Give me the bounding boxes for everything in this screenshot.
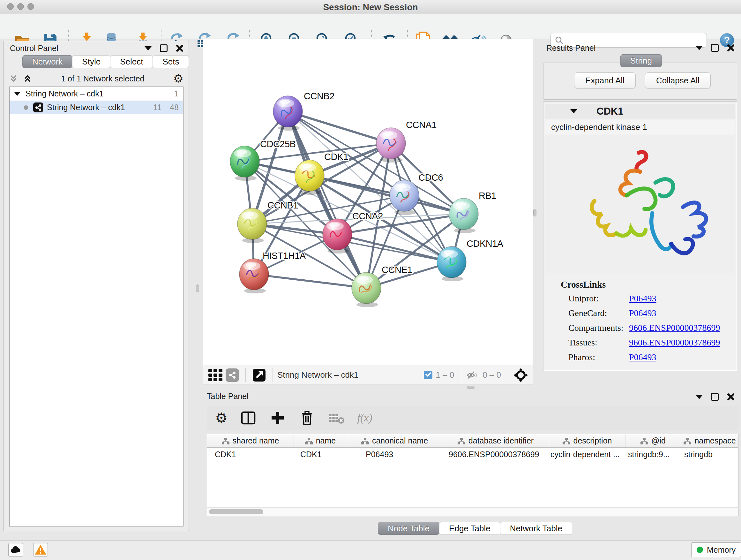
add-column-icon[interactable]: [269, 409, 286, 427]
tab-network[interactable]: Network: [22, 55, 72, 68]
column-header-database-identifier[interactable]: database identifier: [442, 434, 549, 447]
network-node-cdkn1a[interactable]: CDKN1A: [437, 239, 503, 281]
network-canvas[interactable]: CCNB2CCNA1CDC25BCDK1CDC6RB1CCNB1CCNA2CDK…: [203, 39, 533, 366]
network-label: String Network – cdk1: [47, 103, 125, 112]
main-toolbar: ?: [0, 14, 741, 39]
warnings-button[interactable]: [33, 543, 48, 557]
tab-network-table[interactable]: Network Table: [500, 522, 572, 535]
network-share-icon[interactable]: [224, 367, 241, 384]
gene-collapse-caret-icon[interactable]: [570, 109, 577, 113]
crosslink-link[interactable]: P06493: [629, 308, 657, 318]
show-columns-icon[interactable]: [240, 409, 257, 427]
warning-icon: [35, 545, 46, 555]
network-node-rb1[interactable]: RB1: [449, 191, 496, 233]
memory-label: Memory: [707, 545, 736, 555]
expand-all-button[interactable]: Expand All: [574, 72, 636, 88]
table-cell[interactable]: stringdb:9...: [625, 448, 681, 461]
network-node-ccnb2[interactable]: CCNB2: [273, 91, 334, 131]
function-builder-icon: f(x): [357, 412, 372, 424]
network-options-gear-icon[interactable]: ⚙: [173, 73, 184, 84]
results-panel-menu-icon[interactable]: [696, 46, 703, 50]
crosslink-link[interactable]: 9606.ENSP00000378699: [629, 337, 720, 348]
network-node-hist1h1a[interactable]: HIST1H1A: [239, 251, 306, 294]
column-type-icon: [458, 437, 465, 444]
tab-style[interactable]: Style: [72, 55, 111, 68]
crosslink-link[interactable]: P06493: [629, 294, 657, 304]
expand-all-chevron-icon[interactable]: [23, 74, 32, 83]
memory-button[interactable]: Memory: [691, 543, 741, 557]
hidden-elements-eye-icon[interactable]: [467, 370, 479, 380]
network-row[interactable]: String Network – cdk1 11 48: [10, 101, 183, 114]
cloud-status-button[interactable]: [8, 543, 23, 557]
selected-count: 1 – 0: [435, 370, 454, 380]
tab-string[interactable]: String: [620, 54, 662, 67]
table-row[interactable]: CDK1CDK1P064939606.ENSP00000378699cyclin…: [207, 448, 738, 461]
tab-sets[interactable]: Sets: [152, 55, 189, 68]
fit-selected-target-icon[interactable]: [514, 368, 528, 382]
network-icon: [33, 103, 43, 112]
network-node-ccna1[interactable]: CCNA1: [376, 120, 436, 163]
crosslink-row: Tissues:9606.ENSP00000378699: [545, 335, 735, 350]
table-panel-menu-icon[interactable]: [696, 395, 703, 399]
separator: [246, 368, 246, 382]
birds-eye-view-icon[interactable]: [250, 367, 268, 384]
network-view-title: String Network – cdk1: [277, 370, 358, 380]
node-table[interactable]: shared namenamecanonical namedatabase id…: [207, 434, 738, 507]
grid-view-icon[interactable]: [207, 369, 224, 381]
network-node-ccne1[interactable]: CCNE1: [352, 265, 412, 307]
delete-column-trash-icon[interactable]: [298, 409, 316, 427]
crosslink-label: Pharos:: [568, 352, 629, 362]
control-panel-close-icon[interactable]: [176, 44, 184, 52]
table-cell[interactable]: cyclin-dependent ...: [549, 448, 625, 461]
node-label-ccna2: CCNA2: [352, 211, 383, 221]
network-node-cdc6[interactable]: CDC6: [390, 172, 443, 215]
tab-node-table[interactable]: Node Table: [378, 522, 440, 535]
table-horizontal-scrollbar[interactable]: [207, 507, 738, 516]
column-header-canonical-name[interactable]: canonical name: [347, 434, 442, 447]
column-type-icon: [222, 437, 229, 444]
table-settings-gear-icon[interactable]: ⚙: [215, 411, 227, 425]
right-splitter-handle[interactable]: [533, 209, 536, 216]
crosslink-link[interactable]: P06493: [629, 352, 657, 362]
column-header-namespace[interactable]: namespace: [681, 434, 738, 447]
network-edge-count: 48: [170, 103, 179, 112]
gene-header-row[interactable]: CDK1: [545, 104, 735, 119]
crosslinks-section: CrossLinks Uniprot:P06493GeneCard:P06493…: [545, 274, 735, 369]
column-header-shared-name[interactable]: shared name: [207, 434, 294, 447]
tab-select[interactable]: Select: [110, 55, 153, 68]
node-label-cdc25b: CDC25B: [260, 139, 295, 149]
column-header-name[interactable]: name: [294, 434, 347, 447]
table-cell[interactable]: 9606.ENSP00000378699: [442, 448, 549, 461]
node-label-cdkn1a: CDKN1A: [467, 239, 503, 249]
control-panel-float-icon[interactable]: [160, 44, 167, 52]
selected-elements-checkbox[interactable]: [424, 371, 432, 379]
collection-label: String Network – cdk1: [25, 89, 104, 98]
results-panel-controls: Expand All Collapse All: [543, 63, 737, 100]
results-panel-float-icon[interactable]: [711, 44, 719, 52]
network-collection-row[interactable]: String Network – cdk1 1: [10, 87, 183, 101]
column-header--id[interactable]: @id: [625, 434, 681, 447]
node-label-rb1: RB1: [479, 191, 496, 201]
collapse-all-chevron-icon[interactable]: [9, 74, 18, 83]
network-list: String Network – cdk1 1 String Network –…: [9, 86, 184, 526]
tab-edge-table[interactable]: Edge Table: [439, 522, 500, 535]
crosslink-link[interactable]: 9606.ENSP00000378699: [629, 323, 720, 333]
table-cell[interactable]: stringdb: [681, 448, 738, 461]
collapse-all-button[interactable]: Collapse All: [645, 72, 711, 88]
left-splitter-handle[interactable]: [196, 285, 199, 292]
table-cell[interactable]: CDK1: [207, 448, 294, 461]
control-panel-menu-icon[interactable]: [145, 46, 151, 51]
column-type-icon: [641, 437, 648, 444]
scrollbar-thumb[interactable]: [209, 509, 263, 514]
control-panel-tabs: NetworkStyleSelectSets: [23, 55, 189, 68]
results-panel-close-icon[interactable]: [727, 44, 735, 52]
column-header-description[interactable]: description: [549, 434, 625, 447]
table-panel-close-icon[interactable]: [727, 393, 735, 401]
network-current-dot-icon: [23, 105, 28, 110]
table-cell[interactable]: CDK1: [294, 448, 347, 461]
gene-detail-card: CDK1 cyclin-dependent kinase 1 CrossLink…: [543, 102, 737, 371]
table-panel-float-icon[interactable]: [711, 393, 719, 401]
crosslink-row: Uniprot:P06493: [545, 291, 735, 306]
collection-caret-icon[interactable]: [14, 92, 20, 96]
table-cell[interactable]: P06493: [347, 448, 442, 461]
